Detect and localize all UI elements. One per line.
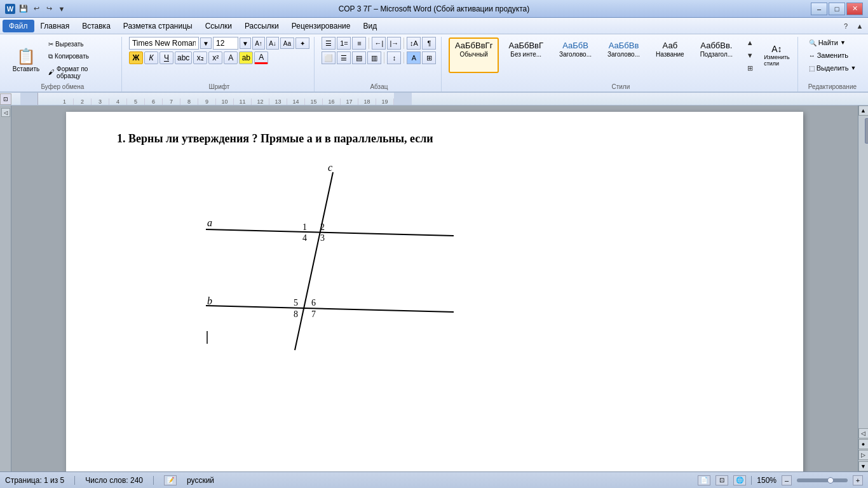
replace-button[interactable]: ↔ Заменить <box>806 50 851 61</box>
menu-page-layout[interactable]: Разметка страницы <box>117 20 199 32</box>
menu-home[interactable]: Главная <box>34 20 76 32</box>
font-size-increase[interactable]: A↑ <box>252 37 265 50</box>
styles-group-label: Стили <box>611 83 630 90</box>
select-button[interactable]: ⬚ Выделить ▼ <box>806 62 860 74</box>
style-normal-label: Обычный <box>455 51 492 58</box>
select-icon: ⬚ <box>809 65 815 72</box>
menu-insert[interactable]: Вставка <box>76 20 117 32</box>
angle-4: 4 <box>302 233 307 243</box>
ribbon-group-editing: 🔍 Найти ▼ ↔ Заменить ⬚ Выделить ▼ Редакт… <box>801 37 864 92</box>
minimize-button[interactable]: – <box>811 3 827 15</box>
ruler-mark-2: 2 <box>74 98 92 105</box>
clear-format-btn[interactable]: ✦ <box>295 37 309 49</box>
scroll-next-page[interactable]: ▷ <box>858 450 869 460</box>
view-print-btn[interactable]: 📄 <box>698 475 710 485</box>
cut-button[interactable]: ✂ Вырезать <box>45 39 116 50</box>
increase-indent-button[interactable]: |→ <box>387 37 401 50</box>
redo-quick-btn[interactable]: ↪ <box>43 3 55 15</box>
scroll-bottom-controls: ◁ ● ▷ <box>858 427 869 461</box>
paste-button[interactable]: 📋 Вставить <box>9 45 43 75</box>
font-size-decrease[interactable]: A↓ <box>266 37 279 50</box>
style-heading1[interactable]: АаБбВ Заголово... <box>553 37 598 73</box>
scroll-prev-page[interactable]: ◁ <box>858 428 869 438</box>
change-styles-button[interactable]: A↕ Изменитьстили <box>760 41 794 69</box>
align-center-button[interactable]: ☰ <box>337 51 351 64</box>
italic-button[interactable]: К <box>144 51 158 64</box>
scroll-select-browse[interactable]: ● <box>858 439 869 449</box>
font-size-input[interactable] <box>213 37 238 50</box>
show-formatting-button[interactable]: ¶ <box>422 37 436 50</box>
quick-access-dropdown[interactable]: ▼ <box>56 3 67 15</box>
align-left-button[interactable]: ⬜ <box>322 51 336 64</box>
font-case-btn[interactable]: Aa <box>280 37 294 49</box>
style-subtitle[interactable]: АаббВв. Подзагол... <box>694 37 739 73</box>
menu-references[interactable]: Ссылки <box>199 20 238 32</box>
find-button[interactable]: 🔍 Найти ▼ <box>806 37 849 48</box>
maximize-button[interactable]: □ <box>829 3 845 15</box>
superscript-button[interactable]: х² <box>208 51 222 64</box>
para-divider-1 <box>369 37 369 49</box>
close-button[interactable]: ✕ <box>846 3 863 15</box>
menu-bar: Файл Главная Вставка Разметка страницы С… <box>0 18 868 34</box>
style-subtitle-preview: АаббВв. <box>700 41 733 51</box>
text-highlight-button[interactable]: ab <box>239 51 253 64</box>
font-name-input[interactable] <box>129 37 199 50</box>
copy-button[interactable]: ⧉ Копировать <box>45 51 116 62</box>
borders-button[interactable]: ⊞ <box>422 51 436 64</box>
justify-button[interactable]: ▥ <box>367 51 381 64</box>
save-quick-btn[interactable]: 💾 <box>18 3 29 15</box>
shading-button[interactable]: A <box>407 51 421 64</box>
styles-more[interactable]: ⊞ <box>744 62 756 74</box>
multilevel-list-button[interactable]: ≡ <box>352 37 366 50</box>
format-painter-button[interactable]: 🖌 Формат по образцу <box>45 64 116 81</box>
text-effects-button[interactable]: A <box>224 51 238 64</box>
font-name-dropdown[interactable]: ▼ <box>200 37 212 49</box>
menu-file[interactable]: Файл <box>3 20 34 32</box>
bold-button[interactable]: Ж <box>129 51 143 64</box>
document-page[interactable]: 1. Верны ли утверждения ? Прямые а и в п… <box>66 112 803 471</box>
font-size-dropdown[interactable]: ▼ <box>240 37 251 49</box>
zoom-out-button[interactable]: – <box>782 475 792 485</box>
style-title[interactable]: Ааб Название <box>649 37 691 73</box>
subscript-button[interactable]: х₂ <box>193 51 207 64</box>
style-no-spacing[interactable]: АаБбВвГ Без инте... <box>502 37 550 73</box>
decrease-indent-button[interactable]: ←| <box>372 37 386 50</box>
vertical-scrollbar[interactable]: ▲ ◁ ● ▷ ▼ <box>858 105 868 471</box>
view-web-btn[interactable]: 🌐 <box>733 475 746 485</box>
ruler-corner-btn[interactable]: ⊡ <box>0 93 11 105</box>
scroll-up-button[interactable]: ▲ <box>858 105 869 116</box>
ruler-mark-8: 8 <box>180 98 198 105</box>
undo-quick-btn[interactable]: ↩ <box>31 3 42 15</box>
scroll-thumb[interactable] <box>865 118 869 144</box>
ribbon-help[interactable]: ? <box>840 20 851 32</box>
menu-mailings[interactable]: Рассылки <box>238 20 285 32</box>
line-spacing-button[interactable]: ↕ <box>387 51 401 64</box>
styles-scroll-down[interactable]: ▼ <box>744 50 756 61</box>
align-right-button[interactable]: ▤ <box>352 51 366 64</box>
strikethrough-button[interactable]: abc <box>175 51 192 64</box>
ribbon-minimize-btn[interactable]: ▲ <box>854 20 865 32</box>
find-dropdown[interactable]: ▼ <box>840 39 846 46</box>
language-item[interactable]: русский <box>187 476 214 485</box>
bullets-button[interactable]: ☰ <box>322 37 336 50</box>
underline-button[interactable]: Ч <box>159 51 173 64</box>
font-color-button[interactable]: A <box>254 51 268 64</box>
zoom-slider[interactable] <box>797 478 848 482</box>
left-bar-btn-1[interactable]: ◁ <box>1 108 10 117</box>
style-normal[interactable]: АаБбВвГг Обычный <box>449 37 499 73</box>
numbering-button[interactable]: 1= <box>337 37 351 50</box>
document-area[interactable]: 1. Верны ли утверждения ? Прямые а и в п… <box>11 105 858 471</box>
spell-check-icon[interactable]: 📝 <box>164 475 177 485</box>
styles-scroll-up[interactable]: ▲ <box>744 37 756 48</box>
scroll-down-button[interactable]: ▼ <box>858 461 869 471</box>
ruler-mark-4: 4 <box>109 98 127 105</box>
ribbon-group-clipboard: 📋 Вставить ✂ Вырезать ⧉ Копировать 🖌 Фор… <box>4 37 122 92</box>
menu-review[interactable]: Рецензирование <box>285 20 357 32</box>
view-fullscreen-btn[interactable]: ⊡ <box>715 475 728 485</box>
sort-button[interactable]: ↕A <box>407 37 421 50</box>
menu-view[interactable]: Вид <box>356 20 383 32</box>
zoom-thumb[interactable] <box>827 477 834 484</box>
style-heading2[interactable]: АаБбВв Заголово... <box>601 37 646 73</box>
select-dropdown[interactable]: ▼ <box>850 65 856 71</box>
zoom-in-button[interactable]: + <box>853 475 863 485</box>
